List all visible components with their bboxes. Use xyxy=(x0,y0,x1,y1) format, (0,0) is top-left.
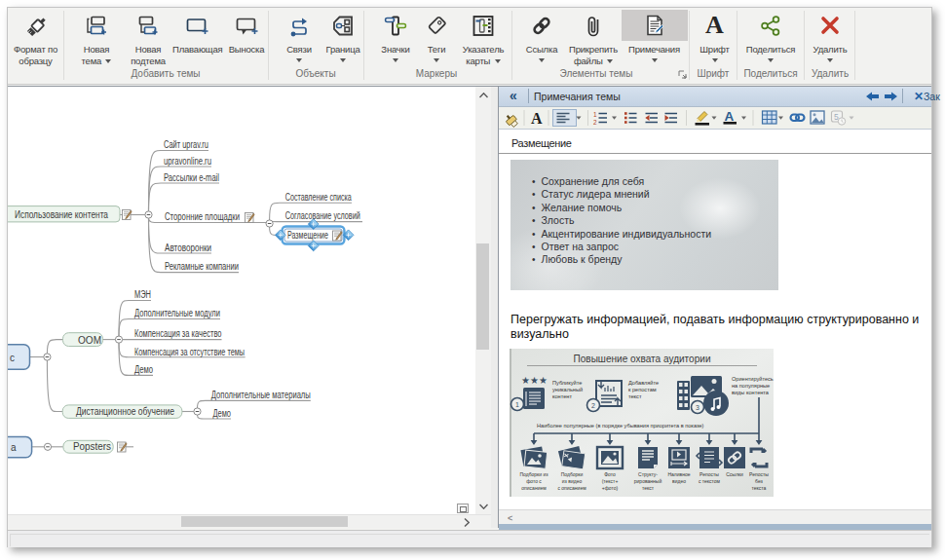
svg-text:с: с xyxy=(10,353,15,363)
svg-text:Дополнительные модули: Дополнительные модули xyxy=(134,308,220,318)
svg-text:★★★: ★★★ xyxy=(521,375,548,386)
svg-text:Размещение: Размещение xyxy=(287,230,328,241)
svg-text:upravonline.ru: upravonline.ru xyxy=(164,156,211,167)
svg-text:а: а xyxy=(11,442,17,453)
svg-text:A: A xyxy=(725,109,735,124)
svg-text:текст: текст xyxy=(642,485,655,491)
svg-text:Сайт uprav.ru: Сайт uprav.ru xyxy=(164,139,208,150)
svg-text:текст: текст xyxy=(628,393,642,399)
svg-text:Сторонние площадки: Сторонние площадки xyxy=(165,211,240,222)
svg-text:Рассылки e-mail: Рассылки e-mail xyxy=(164,172,219,183)
svg-text:Подборки: Подборки xyxy=(561,471,584,477)
svg-text:из видео: из видео xyxy=(562,478,583,484)
svg-text:рированный: рированный xyxy=(634,478,662,484)
svg-text:Ориентируйтесь: Ориентируйтесь xyxy=(732,376,774,382)
svg-text:Использование контента: Использование контента xyxy=(15,209,108,220)
svg-text:текста: текста xyxy=(752,485,767,491)
svg-text:с описанием: с описанием xyxy=(557,485,586,491)
svg-text:Popsters: Popsters xyxy=(73,441,111,452)
svg-text:Компенсация за качество: Компенсация за качество xyxy=(134,328,222,339)
svg-text:Демо: Демо xyxy=(213,408,232,419)
svg-text:Автоворонки: Автоворонки xyxy=(165,243,211,253)
svg-text:к репостам: к репостам xyxy=(628,387,657,392)
svg-text:ООМ: ООМ xyxy=(78,335,101,346)
svg-text:Структу-: Структу- xyxy=(638,471,658,477)
svg-text:Подборки из: Подборки из xyxy=(519,471,548,477)
svg-text:уникальный: уникальный xyxy=(552,387,583,392)
svg-text:Наливное: Наливное xyxy=(667,471,690,477)
svg-text:Добавляйте: Добавляйте xyxy=(628,380,659,386)
svg-text:Репосты: Репосты xyxy=(699,471,719,477)
svg-text:без: без xyxy=(755,478,763,484)
svg-text:Наиболее популярные (в порядке: Наиболее популярные (в порядке убывания … xyxy=(537,423,704,429)
svg-text:Согласование условий: Согласование условий xyxy=(285,210,360,221)
svg-text:Дистанционное обучение: Дистанционное обучение xyxy=(76,406,174,417)
svg-text:Дополнительные материалы: Дополнительные материалы xyxy=(211,390,311,400)
svg-text:2: 2 xyxy=(591,402,595,409)
svg-text:1: 1 xyxy=(515,401,519,408)
svg-text:(текст+: (текст+ xyxy=(602,478,619,484)
svg-text:+фото): +фото) xyxy=(602,485,619,491)
svg-text:3: 3 xyxy=(696,404,699,411)
svg-text:Составление списка: Составление списка xyxy=(285,192,352,203)
svg-text:Рекламные компании: Рекламные компании xyxy=(165,261,239,272)
svg-text:Публикуйте: Публикуйте xyxy=(552,380,582,386)
svg-text:1: 1 xyxy=(593,111,597,118)
svg-text:Демо: Демо xyxy=(134,364,153,375)
svg-text:фото с: фото с xyxy=(526,478,542,484)
svg-text:Компенсация за отсутствие темы: Компенсация за отсутствие темы xyxy=(134,347,245,357)
svg-text:Фото: Фото xyxy=(604,471,616,477)
svg-text:Репосты: Репосты xyxy=(749,471,769,477)
svg-text:2: 2 xyxy=(593,119,597,126)
svg-text:Ссылки: Ссылки xyxy=(726,471,743,477)
svg-text:виды контента: виды контента xyxy=(732,390,770,395)
svg-text:A: A xyxy=(531,110,543,127)
svg-text:на популярные: на популярные xyxy=(732,383,770,389)
svg-text:с текстом: с текстом xyxy=(699,478,721,484)
svg-text:описанием: описанием xyxy=(521,485,547,491)
svg-text:Повышение охвата аудитории: Повышение охвата аудитории xyxy=(574,353,711,364)
svg-text:контент: контент xyxy=(552,393,572,399)
svg-text:МЭН: МЭН xyxy=(134,289,151,300)
svg-text:видео: видео xyxy=(672,478,686,484)
